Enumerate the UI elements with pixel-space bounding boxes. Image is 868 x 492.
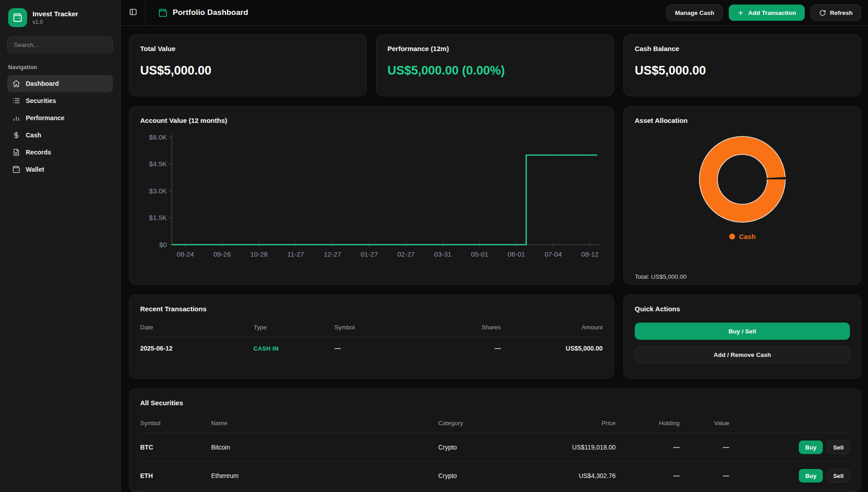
quick-actions-title: Quick Actions bbox=[635, 305, 850, 313]
refresh-icon bbox=[819, 9, 826, 16]
cash-balance-value: US$5,000.00 bbox=[635, 64, 850, 78]
sidebar-item-label: Wallet bbox=[26, 166, 44, 173]
asset-allocation-donut-chart bbox=[697, 134, 788, 225]
transactions-column-header: Shares bbox=[455, 318, 501, 337]
wallet-logo-icon bbox=[8, 8, 27, 27]
svg-text:03-31: 03-31 bbox=[434, 250, 451, 258]
securities-column-header: Name bbox=[211, 414, 438, 433]
asset-allocation-card: Asset Allocation Cash Total: US$5,000.00 bbox=[623, 106, 861, 285]
sidebar-item-performance[interactable]: Performance bbox=[7, 109, 113, 127]
stat-label: Cash Balance bbox=[635, 45, 850, 52]
sell-button[interactable]: Sell bbox=[827, 469, 850, 483]
sidebar-item-dashboard[interactable]: Dashboard bbox=[7, 75, 113, 92]
buy-button[interactable]: Buy bbox=[799, 469, 823, 483]
transactions-table: DateTypeSymbolSharesAmount 2025-06-12CAS… bbox=[140, 318, 603, 359]
svg-text:10-28: 10-28 bbox=[250, 250, 268, 258]
panel-toggle-icon bbox=[129, 8, 137, 18]
buy-button[interactable]: Buy bbox=[799, 440, 823, 454]
svg-text:05-01: 05-01 bbox=[471, 250, 488, 258]
sidebar-item-cash[interactable]: Cash bbox=[7, 127, 113, 144]
transaction-date: 2025-06-12 bbox=[140, 337, 254, 360]
legend-item-cash: Cash bbox=[729, 233, 756, 240]
search-input[interactable] bbox=[7, 36, 113, 53]
securities-column-header bbox=[729, 414, 850, 433]
svg-text:12-27: 12-27 bbox=[324, 250, 341, 258]
sidebar-toggle-button[interactable] bbox=[121, 0, 146, 25]
svg-text:06-01: 06-01 bbox=[508, 250, 525, 258]
app-version: v1.0 bbox=[33, 19, 78, 25]
total-value: US$5,000.00 bbox=[140, 64, 355, 78]
app-identity: Invest Tracker v1.0 bbox=[33, 10, 78, 25]
page-title: Portfolio Dashboard bbox=[173, 8, 248, 17]
svg-text:07-04: 07-04 bbox=[544, 250, 561, 258]
security-name: Ethereum bbox=[211, 462, 438, 490]
sidebar-item-wallet[interactable]: Wallet bbox=[7, 161, 113, 178]
svg-text:08-12: 08-12 bbox=[581, 250, 599, 258]
sidebar-item-securities[interactable]: Securities bbox=[7, 92, 113, 109]
security-row: ETHEthereumCryptoUS$4,302.76——BuySell bbox=[140, 462, 850, 490]
transaction-amount: US$5,000.00 bbox=[501, 337, 603, 360]
legend-dot-icon bbox=[729, 234, 735, 239]
add-transaction-button[interactable]: Add Transaction bbox=[729, 5, 805, 21]
security-value: — bbox=[679, 433, 729, 462]
sidebar-item-label: Cash bbox=[26, 131, 41, 139]
sell-button[interactable]: Sell bbox=[827, 440, 850, 454]
file-icon bbox=[12, 148, 20, 156]
security-value: — bbox=[679, 462, 729, 490]
all-securities-card: All Securities SymbolNameCategoryPriceHo… bbox=[129, 389, 861, 492]
securities-column-header: Value bbox=[679, 414, 729, 433]
transaction-shares: — bbox=[455, 337, 501, 360]
securities-table: SymbolNameCategoryPriceHoldingValue BTCB… bbox=[140, 414, 850, 490]
sidebar: Invest Tracker v1.0 Navigation Dashboard… bbox=[0, 0, 121, 492]
sidebar-item-records[interactable]: Records bbox=[7, 144, 113, 161]
svg-text:$1.5K: $1.5K bbox=[149, 214, 167, 221]
transaction-symbol: — bbox=[335, 337, 455, 360]
stat-label: Total Value bbox=[140, 45, 355, 52]
add-remove-cash-button[interactable]: Add / Remove Cash bbox=[635, 346, 850, 363]
dashboard-content: Total Value US$5,000.00 Performance (12m… bbox=[121, 26, 868, 492]
home-icon bbox=[12, 80, 20, 88]
account-value-line-chart: $0$1.5K$3.0K$4.5K$6.0K08-2409-2610-2811-… bbox=[140, 128, 603, 268]
main-area: Portfolio Dashboard Manage Cash Add Tran… bbox=[121, 0, 868, 492]
manage-cash-button[interactable]: Manage Cash bbox=[666, 5, 723, 21]
bar-chart-icon bbox=[12, 114, 20, 122]
security-actions: BuySell bbox=[729, 462, 850, 490]
stat-label: Performance (12m) bbox=[387, 45, 603, 52]
allocation-title: Asset Allocation bbox=[635, 117, 850, 124]
performance-card: Performance (12m) US$5,000.00 (0.00%) bbox=[376, 34, 614, 96]
securities-column-header: Holding bbox=[616, 414, 679, 433]
security-row: BTCBitcoinCryptoUS$119,018.00——BuySell bbox=[140, 433, 850, 462]
buy-sell-button[interactable]: Buy / Sell bbox=[635, 323, 850, 340]
wallet-icon bbox=[158, 8, 168, 18]
legend-label: Cash bbox=[739, 233, 756, 240]
security-category: Crypto bbox=[438, 462, 552, 490]
transactions-column-header: Amount bbox=[501, 318, 603, 337]
recent-transactions-card: Recent Transactions DateTypeSymbolShares… bbox=[129, 295, 614, 379]
list-icon bbox=[12, 97, 20, 105]
app-logo: Invest Tracker v1.0 bbox=[8, 8, 112, 27]
svg-text:01-27: 01-27 bbox=[361, 250, 378, 258]
security-name: Bitcoin bbox=[211, 433, 438, 462]
svg-text:11-27: 11-27 bbox=[287, 250, 304, 258]
securities-column-header: Category bbox=[438, 414, 552, 433]
svg-text:08-24: 08-24 bbox=[177, 250, 194, 258]
svg-text:$4.5K: $4.5K bbox=[149, 160, 167, 168]
svg-text:02-27: 02-27 bbox=[397, 250, 415, 258]
security-price: US$119,018.00 bbox=[552, 433, 616, 462]
svg-text:$3.0K: $3.0K bbox=[149, 187, 167, 195]
cash-balance-card: Cash Balance US$5,000.00 bbox=[623, 34, 861, 96]
security-holding: — bbox=[616, 433, 679, 462]
wallet-icon bbox=[12, 165, 20, 173]
plus-icon bbox=[737, 9, 744, 16]
account-value-chart-card: Account Value (12 months) $0$1.5K$3.0K$4… bbox=[129, 106, 614, 285]
transactions-column-header: Type bbox=[254, 318, 335, 337]
securities-column-header: Symbol bbox=[140, 414, 211, 433]
allocation-total: Total: US$5,000.00 bbox=[635, 273, 687, 280]
dollar-icon bbox=[12, 131, 20, 139]
securities-title: All Securities bbox=[140, 399, 850, 407]
refresh-button[interactable]: Refresh bbox=[811, 5, 861, 21]
nav-section-label: Navigation bbox=[8, 64, 112, 70]
transactions-column-header: Symbol bbox=[335, 318, 455, 337]
app-root: Invest Tracker v1.0 Navigation Dashboard… bbox=[0, 0, 868, 492]
security-price: US$4,302.76 bbox=[552, 462, 616, 490]
